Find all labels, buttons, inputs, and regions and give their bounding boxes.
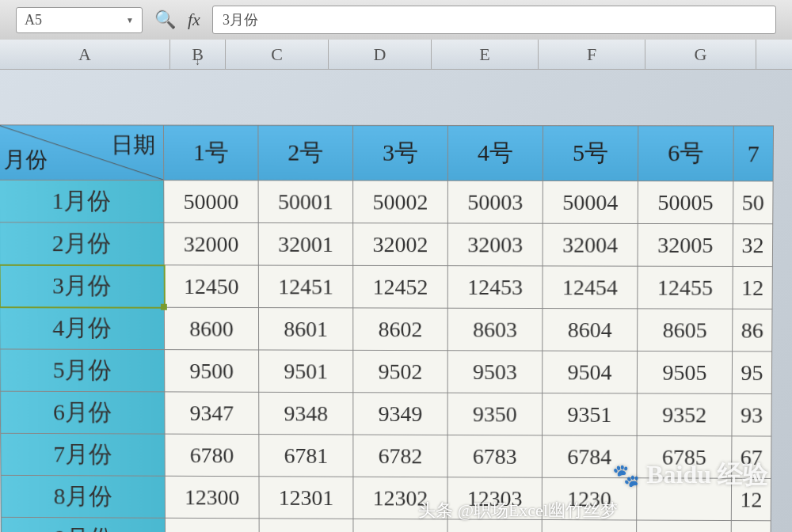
data-cell[interactable]: 12454 <box>543 266 638 309</box>
column-headers-row: A B ↓ C D E F G <box>0 40 792 70</box>
data-cell[interactable]: 9501 <box>259 350 353 393</box>
cell-reference: A5 <box>25 12 42 28</box>
day-header[interactable]: 1号 <box>163 125 258 180</box>
data-cell[interactable]: 9503 <box>447 351 543 393</box>
data-cell[interactable]: 32005 <box>638 223 733 266</box>
table-row: 4月份86008601860286038604860586 <box>0 307 772 352</box>
data-cell[interactable]: 50005 <box>638 181 733 224</box>
column-header-b[interactable]: B ↓ <box>170 40 226 69</box>
data-cell[interactable] <box>636 520 731 532</box>
data-cell[interactable]: 32001 <box>258 223 353 266</box>
data-cell[interactable]: 50 <box>733 181 774 224</box>
month-cell[interactable]: 9月份 <box>1 517 165 532</box>
data-cell[interactable]: 32000 <box>164 222 258 265</box>
data-cell[interactable]: 9505 <box>637 351 732 393</box>
zoom-icon[interactable]: 🔍 <box>154 10 176 30</box>
table-row: 2月份32000320013200232003320043200532 <box>0 222 773 267</box>
column-header-d[interactable]: D <box>329 40 432 69</box>
data-cell[interactable]: 8602 <box>353 308 447 351</box>
data-cell[interactable]: 9349 <box>353 393 447 435</box>
data-cell[interactable]: 50003 <box>447 180 543 223</box>
data-cell[interactable]: 6780 <box>165 434 259 477</box>
data-cell[interactable]: 50004 <box>543 180 638 223</box>
data-cell[interactable]: 8605 <box>638 309 733 352</box>
formula-toolbar: A5 ▼ 🔍 fx 3月份 <box>0 0 792 40</box>
dropdown-icon[interactable]: ▼ <box>126 16 134 25</box>
month-cell[interactable]: 8月份 <box>1 475 166 518</box>
data-cell[interactable]: 95 <box>732 352 771 394</box>
formula-bar[interactable]: 3月份 <box>212 6 776 34</box>
data-cell[interactable]: 12451 <box>258 265 352 308</box>
month-cell[interactable]: 1月份 <box>0 180 164 222</box>
data-cell[interactable]: 8601 <box>258 308 352 351</box>
column-header-e[interactable]: E <box>432 40 539 69</box>
column-header-c[interactable]: C <box>226 40 329 69</box>
data-cell[interactable] <box>731 521 771 532</box>
table-row: 1月份50000500015000250003500045000550 <box>0 180 773 223</box>
diag-left-label: 月份 <box>3 145 48 175</box>
data-cell[interactable]: 50001 <box>258 180 353 223</box>
diagonal-header-cell[interactable]: 月份 日期 <box>0 125 164 180</box>
fx-icon[interactable]: fx <box>188 10 200 30</box>
data-cell[interactable]: 12300 <box>165 476 259 519</box>
data-cell[interactable]: 9351 <box>543 393 638 436</box>
day-header[interactable]: 2号 <box>258 125 353 180</box>
data-cell[interactable]: 93 <box>732 393 771 436</box>
data-cell[interactable]: 12301 <box>259 477 353 519</box>
day-header[interactable]: 7 <box>733 126 774 181</box>
data-cell[interactable]: 12450 <box>164 265 258 308</box>
column-header-f[interactable]: F <box>539 40 645 69</box>
data-cell[interactable]: 32 <box>733 224 772 267</box>
data-cell[interactable]: 50002 <box>353 180 448 223</box>
formula-value: 3月份 <box>223 12 258 28</box>
data-cell[interactable]: 86 <box>733 309 772 352</box>
month-cell[interactable]: 2月份 <box>0 222 164 265</box>
name-box[interactable]: A5 ▼ <box>16 7 143 33</box>
diag-right-label: 日期 <box>111 130 155 160</box>
data-cell[interactable]: 32003 <box>447 223 543 266</box>
column-header-g[interactable]: G <box>645 40 756 69</box>
data-cell[interactable]: 16001 <box>259 519 353 532</box>
data-cell[interactable]: 6782 <box>353 435 447 477</box>
day-header[interactable]: 3号 <box>353 125 448 180</box>
month-cell[interactable]: 4月份 <box>0 307 165 350</box>
sort-arrow-icon: ↓ <box>195 55 200 68</box>
header-row: 月份 日期 1号 2号 3号 4号 5号 6号 7 <box>0 125 774 181</box>
data-cell[interactable]: 9352 <box>637 393 732 436</box>
table-row: 3月份12450124511245212453124541245512 <box>0 264 772 309</box>
table-row: 6月份93479348934993509351935293 <box>0 391 771 436</box>
table-row: 5月份95009501950295039504950595 <box>0 349 772 394</box>
data-cell[interactable]: 12455 <box>638 266 733 309</box>
column-header-a[interactable]: A <box>0 40 170 69</box>
day-header[interactable]: 5号 <box>543 126 638 181</box>
paw-icon: 🐾 <box>612 462 640 488</box>
data-cell[interactable]: 8604 <box>543 309 638 352</box>
month-cell[interactable]: 6月份 <box>0 391 165 434</box>
toutiao-watermark: 头条 @职场Excel幽竹丝梦 <box>418 499 618 522</box>
data-cell[interactable]: 9502 <box>353 350 447 393</box>
month-cell[interactable]: 5月份 <box>0 349 165 392</box>
data-cell[interactable]: 6781 <box>259 435 353 477</box>
data-cell[interactable]: 6783 <box>447 435 542 477</box>
data-cell[interactable]: 9504 <box>543 351 638 393</box>
baidu-watermark: 🐾 Baidu 经验 <box>612 458 768 492</box>
month-cell[interactable]: 7月份 <box>1 433 166 476</box>
data-cell[interactable]: 9348 <box>259 392 353 435</box>
data-cell[interactable]: 32004 <box>543 223 638 266</box>
data-cell[interactable]: 9350 <box>447 393 543 435</box>
day-header[interactable]: 6号 <box>638 126 734 181</box>
data-cell[interactable]: 12 <box>733 266 772 309</box>
table-row: 9月份16000160011600216003 <box>1 517 771 532</box>
data-cell[interactable]: 9347 <box>165 392 259 435</box>
data-cell[interactable]: 50000 <box>164 180 258 223</box>
data-cell[interactable]: 32002 <box>353 223 448 266</box>
month-cell[interactable]: 3月份 <box>0 264 164 307</box>
day-header[interactable]: 4号 <box>447 125 543 180</box>
data-cell[interactable]: 8603 <box>447 308 543 351</box>
data-cell[interactable]: 12452 <box>353 265 448 308</box>
data-cell[interactable]: 12453 <box>447 266 543 309</box>
data-cell[interactable]: 16000 <box>165 518 259 532</box>
data-cell[interactable]: 9500 <box>165 350 259 393</box>
data-cell[interactable]: 8600 <box>164 307 258 350</box>
